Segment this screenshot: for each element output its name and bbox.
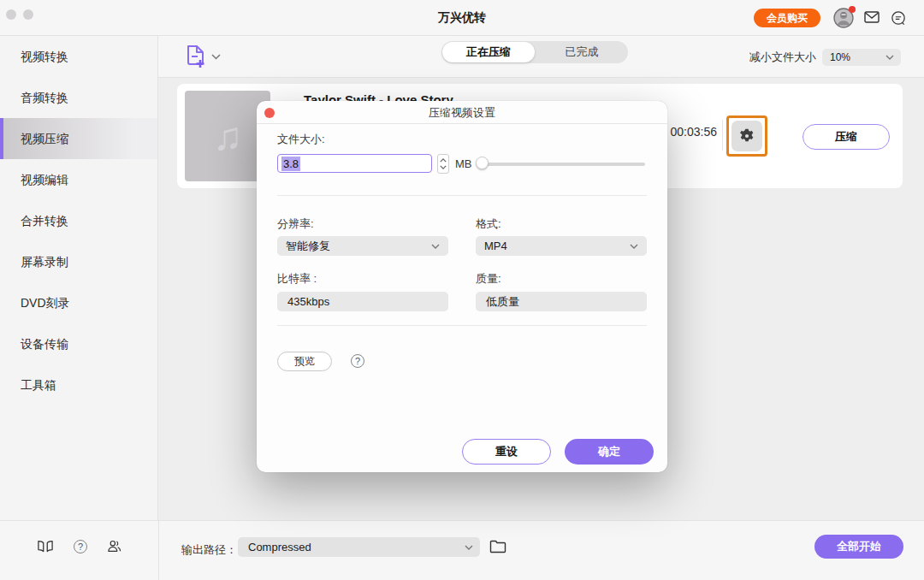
file-size-unit: MB [455,157,472,170]
file-size-slider-thumb[interactable] [476,157,489,169]
chevron-down-icon [431,244,440,249]
ok-button[interactable]: 确定 [565,439,654,465]
compress-button[interactable]: 压缩 [803,124,890,150]
task-duration: 00:03:56 [671,125,718,139]
file-size-value: 3.8 [281,157,300,171]
content-header: 正在压缩 已完成 减小文件大小 10% [158,36,924,78]
start-all-button[interactable]: 全部开始 [814,535,903,559]
sidebar-item-video-convert[interactable]: 视频转换 [0,36,157,77]
reduce-size-label: 减小文件大小 [749,50,816,65]
output-path-label: 输出路径： [181,542,237,558]
file-size-label: 文件大小: [277,132,325,147]
add-file-icon[interactable] [185,44,206,68]
gear-icon [737,127,756,145]
sidebar-item-screen-record[interactable]: 屏幕录制 [0,241,157,282]
quality-label: 质量: [476,271,501,287]
guide-book-icon[interactable] [38,540,53,553]
sidebar-item-device-transfer[interactable]: 设备传输 [0,323,157,364]
user-avatar[interactable] [833,8,854,28]
membership-buy-button[interactable]: 会员购买 [754,9,820,27]
bottombar: ? 输出路径： Compressed 全部开始 [0,520,924,580]
output-path-value: Compressed [248,541,311,553]
chevron-down-icon [886,55,894,60]
output-path-dropdown[interactable]: Compressed [238,537,480,557]
status-tabs: 正在压缩 已完成 [441,41,628,63]
mail-icon[interactable] [864,11,880,23]
titlebar: 万兴优转 会员购买 [0,0,924,36]
stepper-down-icon[interactable] [440,165,447,169]
preview-button[interactable]: 预览 [277,352,332,371]
sidebar-item-dvd-burn[interactable]: DVD刻录 [0,282,157,323]
sidebar-item-toolbox[interactable]: 工具箱 [0,364,157,405]
reduce-size-value: 10% [830,51,850,63]
divider [722,120,723,151]
sidebar: 视频转换 音频转换 视频压缩 视频编辑 合并转换 屏幕录制 DVD刻录 设备传输… [0,36,158,520]
chevron-down-icon [465,545,473,550]
tab-completed[interactable]: 已完成 [536,41,628,63]
divider [277,325,647,326]
community-icon[interactable] [107,540,121,553]
feedback-icon[interactable] [891,11,906,26]
divider [158,521,159,580]
sidebar-item-video-edit[interactable]: 视频编辑 [0,159,157,200]
sidebar-item-merge-convert[interactable]: 合并转换 [0,200,157,241]
format-value: MP4 [484,240,507,252]
stepper-up-icon[interactable] [440,158,447,163]
file-size-input[interactable]: 3.8 [277,154,432,173]
dialog-titlebar: 压缩视频设置 [257,101,667,124]
settings-highlight-frame [726,115,767,157]
divider [277,195,647,196]
tab-compressing[interactable]: 正在压缩 [442,42,535,62]
bitrate-field: 435kbps [277,292,448,311]
add-file-chevron-icon[interactable] [211,54,221,60]
file-size-slider-track[interactable] [479,163,645,166]
help-icon[interactable]: ? [74,540,87,553]
app-window: 万兴优转 会员购买 视频转换 音频转换 视频压缩 视频编辑 合并转换 [0,0,924,580]
music-note-icon: ♫ [213,113,243,159]
open-folder-icon[interactable] [489,539,506,553]
compression-settings-dialog: 压缩视频设置 文件大小: 3.8 MB 分辨率: 智能修复 格式: MP4 比特… [257,101,667,472]
notification-dot [849,6,856,13]
format-dropdown[interactable]: MP4 [476,236,647,256]
resolution-dropdown[interactable]: 智能修复 [277,236,448,256]
format-label: 格式: [476,216,501,232]
quality-field: 低质量 [476,292,647,311]
bitrate-label: 比特率 : [277,271,317,287]
reduce-size-dropdown[interactable]: 10% [822,49,901,66]
resolution-value: 智能修复 [286,240,330,252]
file-size-stepper[interactable] [437,154,449,174]
dialog-title: 压缩视频设置 [257,101,667,124]
help-icon[interactable]: ? [351,354,364,368]
sidebar-item-video-compress[interactable]: 视频压缩 [0,118,157,159]
resolution-label: 分辨率: [277,216,314,232]
compression-settings-button[interactable] [732,121,762,151]
sidebar-item-audio-convert[interactable]: 音频转换 [0,77,157,118]
chevron-down-icon [630,244,638,249]
reset-button[interactable]: 重设 [462,439,551,465]
